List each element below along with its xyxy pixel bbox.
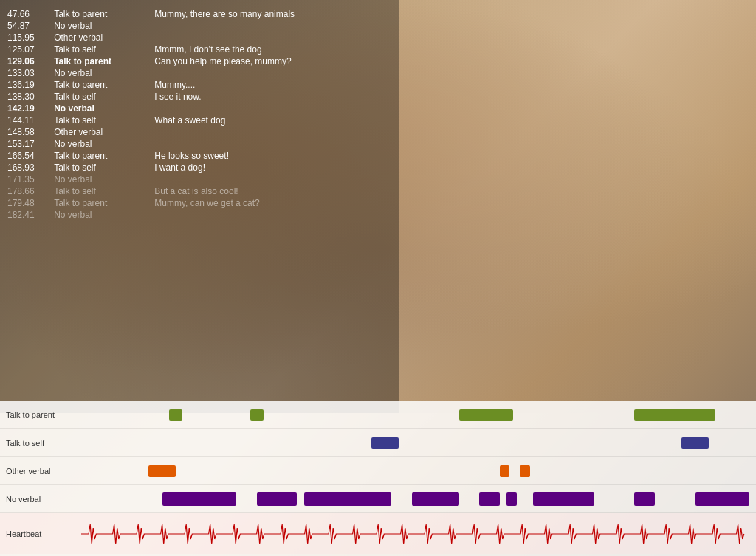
cell-behavior: No verbal <box>54 103 154 114</box>
table-rows: 47.66 Talk to parent Mummy, there are so… <box>7 9 391 220</box>
cell-behavior: No verbal <box>54 210 154 220</box>
cell-behavior: No verbal <box>54 139 154 149</box>
cell-time: 125.07 <box>7 44 54 55</box>
table-row: 166.54 Talk to parent He looks so sweet! <box>7 151 391 161</box>
chart-bar <box>148 465 176 477</box>
cell-behavior: Talk to parent <box>54 198 154 208</box>
table-row: 178.66 Talk to self But a cat is also co… <box>7 186 391 196</box>
chart-bar <box>479 492 499 506</box>
table-row: 144.11 Talk to self What a sweet dog <box>7 115 391 126</box>
cell-behavior: Talk to parent <box>54 56 154 66</box>
cell-time: 138.30 <box>7 92 54 102</box>
cell-behavior: No verbal <box>54 174 154 185</box>
table-row: 153.17 No verbal <box>7 139 391 149</box>
cell-time: 142.19 <box>7 103 54 114</box>
chart-bar <box>371 437 399 449</box>
cell-time: 179.48 <box>7 198 54 208</box>
cell-behavior: No verbal <box>54 68 154 78</box>
table-row: 142.19 No verbal <box>7 103 391 114</box>
chart-track <box>81 401 756 428</box>
cell-time: 166.54 <box>7 151 54 161</box>
chart-track <box>81 429 756 456</box>
table-row: 47.66 Talk to parent Mummy, there are so… <box>7 9 391 19</box>
chart-row: Talk to self <box>0 429 756 457</box>
chart-bar <box>250 409 264 421</box>
chart-bar <box>412 492 459 506</box>
cell-behavior: Talk to parent <box>54 9 154 19</box>
cell-time: 148.58 <box>7 127 54 137</box>
cell-time: 168.93 <box>7 162 54 173</box>
chart-row: Talk to parent <box>0 401 756 429</box>
chart-bar <box>257 492 298 506</box>
heartbeat-track <box>81 513 756 554</box>
cell-comment: Mummy, can we get a cat? <box>154 198 391 208</box>
table-row: 148.58 Other verbal <box>7 127 391 137</box>
table-row: 168.93 Talk to self I want a dog! <box>7 162 391 173</box>
cell-time: 133.03 <box>7 68 54 78</box>
cell-comment: Mmmm, I don’t see the dog <box>154 44 391 55</box>
chart-bar <box>162 492 237 506</box>
cell-behavior: Talk to self <box>54 92 154 102</box>
chart-bar <box>304 492 392 506</box>
cell-comment: But a cat is also cool! <box>154 186 391 196</box>
table-row: 125.07 Talk to self Mmmm, I don’t see th… <box>7 44 391 55</box>
chart-track <box>81 457 756 484</box>
heartbeat-label: Heartbeat <box>0 529 81 538</box>
cell-time: 47.66 <box>7 9 54 19</box>
cell-time: 171.35 <box>7 174 54 185</box>
chart-bar <box>500 465 510 477</box>
cell-behavior: Talk to self <box>54 186 154 196</box>
cell-time: 144.11 <box>7 115 54 126</box>
chart-row-label: No verbal <box>0 495 81 504</box>
chart-bar <box>520 465 530 477</box>
cell-behavior: No verbal <box>54 21 154 31</box>
chart-row-label: Other verbal <box>0 467 81 476</box>
chart-area: Talk to parentTalk to selfOther verbalNo… <box>0 401 756 556</box>
cell-behavior: Talk to self <box>54 44 154 55</box>
cell-behavior: Talk to self <box>54 162 154 173</box>
cell-comment: He looks so sweet! <box>154 151 391 161</box>
heartbeat-row: Heartbeat <box>0 513 756 554</box>
table-row: 136.19 Talk to parent Mummy.... <box>7 80 391 90</box>
cell-comment: Mummy.... <box>154 80 391 90</box>
cell-time: 115.95 <box>7 32 54 43</box>
cell-comment: I see it now. <box>154 92 391 102</box>
chart-bar <box>634 409 715 421</box>
chart-row: Other verbal <box>0 457 756 485</box>
chart-row-label: Talk to parent <box>0 411 81 419</box>
table-row: 133.03 No verbal <box>7 68 391 78</box>
cell-behavior: Other verbal <box>54 32 154 43</box>
cell-comment: Can you help me please, mummy? <box>154 56 391 66</box>
cell-behavior: Talk to parent <box>54 151 154 161</box>
table-row: 54.87 No verbal <box>7 21 391 31</box>
chart-row-label: Talk to self <box>0 439 81 447</box>
table-row: 129.06 Talk to parent Can you help me pl… <box>7 56 391 66</box>
cell-comment: What a sweet dog <box>154 115 391 126</box>
cell-time: 153.17 <box>7 139 54 149</box>
chart-bar <box>459 409 513 421</box>
cell-behavior: Talk to parent <box>54 80 154 90</box>
table-row: 171.35 No verbal <box>7 174 391 185</box>
chart-bar <box>634 492 654 506</box>
chart-bar <box>506 492 517 506</box>
chart-bar <box>533 492 594 506</box>
chart-row: No verbal <box>0 485 756 513</box>
cell-time: 182.41 <box>7 210 54 220</box>
cell-time: 136.19 <box>7 80 54 90</box>
cell-comment: Mummy, there are so many animals <box>154 9 391 19</box>
cell-behavior: Talk to self <box>54 115 154 126</box>
cell-time: 129.06 <box>7 56 54 66</box>
table-row: 138.30 Talk to self I see it now. <box>7 92 391 102</box>
chart-bar <box>681 437 709 449</box>
table-row: 115.95 Other verbal <box>7 32 391 43</box>
data-table: 47.66 Talk to parent Mummy, there are so… <box>0 0 399 227</box>
chart-bar <box>695 492 749 506</box>
cell-time: 54.87 <box>7 21 54 31</box>
chart-bar <box>169 409 182 421</box>
cell-comment: I want a dog! <box>154 162 391 173</box>
table-row: 179.48 Talk to parent Mummy, can we get … <box>7 198 391 208</box>
chart-track <box>81 485 756 512</box>
table-row: 182.41 No verbal <box>7 210 391 220</box>
cell-behavior: Other verbal <box>54 127 154 137</box>
cell-time: 178.66 <box>7 186 54 196</box>
